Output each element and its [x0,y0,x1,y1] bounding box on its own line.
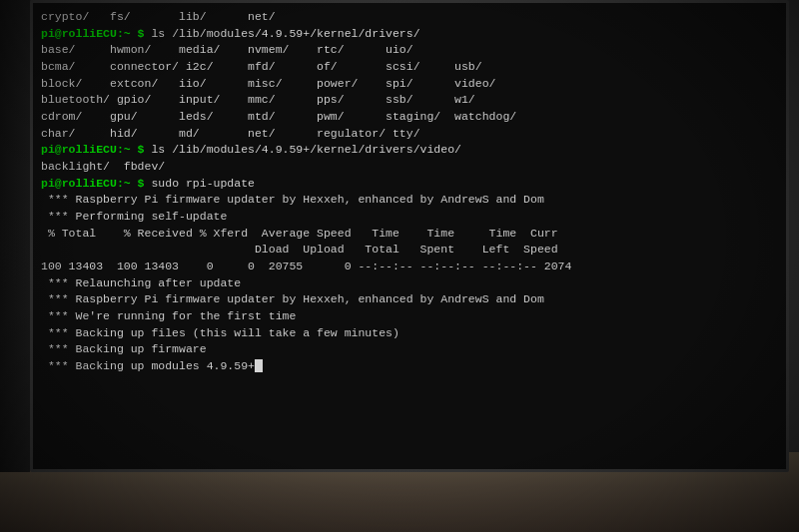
command: ls /lib/modules/4.9.59+/kernel/drivers/ [151,27,419,40]
monitor-screen: crypto/ fs/ lib/ net/ pi@rolliECU:~ $ ls… [30,0,789,472]
term-line: % Total % Received % Xferd Average Speed… [41,226,778,243]
prompt: pi@rolliECU:~ $ [41,143,151,156]
term-line: *** Backing up firmware [41,341,778,358]
term-line: *** Backing up modules 4.9.59+ [41,358,778,375]
term-line: base/ hwmon/ media/ nvmem/ rtc/ uio/ [41,42,778,59]
photo-frame: crypto/ fs/ lib/ net/ pi@rolliECU:~ $ ls… [0,0,799,532]
term-line: Dload Upload Total Spent Left Speed [41,242,778,259]
term-line: bluetooth/ gpio/ input/ mmc/ pps/ ssb/ w… [41,92,778,109]
terminal-cursor [255,359,263,372]
term-line: *** Raspberry Pi firmware updater by Hex… [41,291,778,308]
term-line: pi@rolliECU:~ $ sudo rpi-update [41,176,778,193]
term-line: pi@rolliECU:~ $ ls /lib/modules/4.9.59+/… [41,26,778,43]
prompt: pi@rolliECU:~ $ [41,177,151,190]
term-line: *** Backing up files (this will take a f… [41,325,778,342]
pavement-lines [0,462,799,532]
command: ls /lib/modules/4.9.59+/kernel/drivers/v… [151,143,461,156]
term-line: bcma/ connector/ i2c/ mfd/ of/ scsi/ usb… [41,59,778,76]
terminal-output: crypto/ fs/ lib/ net/ pi@rolliECU:~ $ ls… [33,3,786,469]
term-line: *** Raspberry Pi firmware updater by Hex… [41,192,778,209]
prompt: pi@rolliECU:~ $ [41,27,151,40]
monitor-left-bezel [0,0,30,472]
term-line: pi@rolliECU:~ $ ls /lib/modules/4.9.59+/… [41,142,778,159]
term-line: *** We're running for the first time [41,308,778,325]
term-line: char/ hid/ md/ net/ regulator/ tty/ [41,126,778,143]
term-line: *** Relaunching after update [41,275,778,292]
command: sudo rpi-update [151,177,255,190]
term-line: cdrom/ gpu/ leds/ mtd/ pwm/ staging/ wat… [41,109,778,126]
term-line: backlight/ fbdev/ [41,159,778,176]
term-line: 100 13403 100 13403 0 0 20755 0 --:--:--… [41,259,778,275]
term-line: *** Performing self-update [41,209,778,226]
term-line: block/ extcon/ iio/ misc/ power/ spi/ vi… [41,76,778,93]
term-line: crypto/ fs/ lib/ net/ [41,9,778,26]
